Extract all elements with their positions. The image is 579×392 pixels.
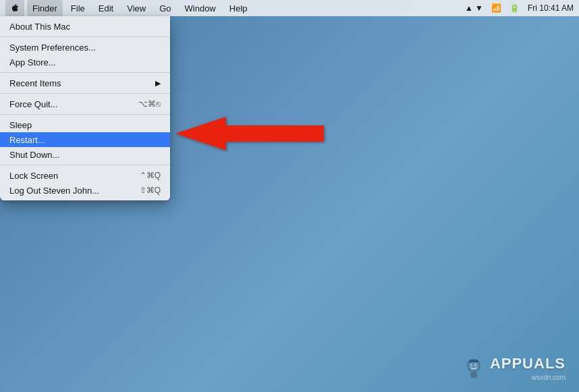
watermark-sub: wsxdn.com <box>490 374 566 381</box>
menubar-file[interactable]: File <box>65 0 90 16</box>
menubar-edit[interactable]: Edit <box>93 0 119 16</box>
menubar: Finder File Edit View Go Window Help ▲ ▼… <box>0 0 579 16</box>
menu-item-force-quit[interactable]: Force Quit... ⌥⌘⎋ <box>0 96 170 111</box>
menubar-view[interactable]: View <box>121 0 151 16</box>
apple-menu-button[interactable] <box>5 0 24 16</box>
menubar-right: ▲ ▼ 📶 🔋 Fri 10:41 AM <box>465 3 574 13</box>
menu-item-restart[interactable]: Restart... <box>0 132 170 147</box>
menu-item-lock-screen[interactable]: Lock Screen ⌃⌘Q <box>0 168 170 183</box>
svg-marker-0 <box>175 117 324 150</box>
menu-separator-2 <box>0 72 170 73</box>
svg-rect-8 <box>468 361 479 362</box>
menu-separator-4 <box>0 114 170 115</box>
menubar-go[interactable]: Go <box>154 0 176 16</box>
watermark: APPUALS wsxdn.com <box>462 355 566 381</box>
menu-item-log-out[interactable]: Log Out Steven John... ⇧⌘Q <box>0 183 170 198</box>
menu-item-recent-items[interactable]: Recent Items ▶ <box>0 76 170 90</box>
menubar-finder[interactable]: Finder <box>27 0 63 16</box>
svg-point-6 <box>476 364 477 366</box>
menubar-window[interactable]: Window <box>180 0 221 16</box>
menu-item-sleep[interactable]: Sleep <box>0 117 170 132</box>
annotation-arrow <box>172 113 327 157</box>
menu-separator-3 <box>0 93 170 94</box>
submenu-arrow-icon: ▶ <box>155 79 161 88</box>
menu-item-app-store[interactable]: App Store... <box>0 55 170 69</box>
menu-item-system-prefs[interactable]: System Preferences... <box>0 40 170 55</box>
menu-separator-5 <box>0 165 170 165</box>
watermark-text: APPUALS <box>490 355 566 372</box>
svg-rect-9 <box>470 372 477 378</box>
menu-item-shut-down[interactable]: Shut Down... <box>0 147 170 162</box>
svg-point-5 <box>472 364 473 366</box>
menubar-help[interactable]: Help <box>224 0 253 16</box>
apple-dropdown-menu: About This Mac System Preferences... App… <box>0 16 170 200</box>
desktop: Finder File Edit View Go Window Help ▲ ▼… <box>0 0 579 392</box>
watermark-logo <box>462 356 486 381</box>
menu-item-about[interactable]: About This Mac <box>0 19 170 34</box>
menu-separator-1 <box>0 36 170 37</box>
